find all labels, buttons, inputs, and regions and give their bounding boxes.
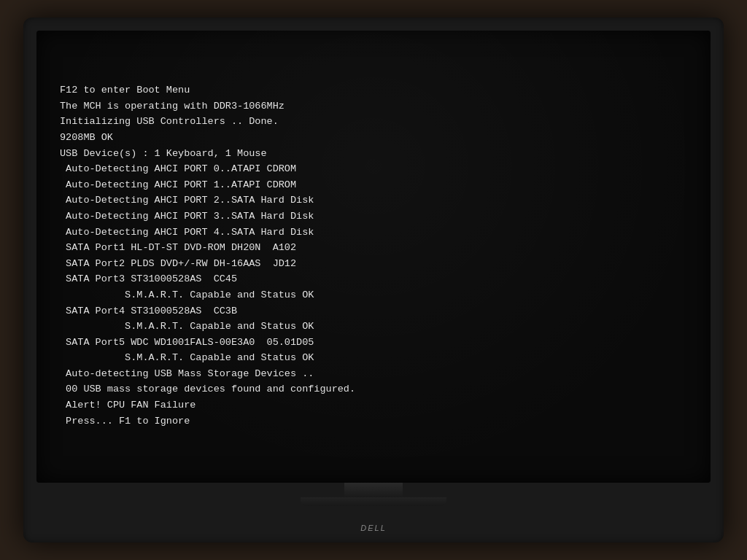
bios-line: SATA Port1 HL-DT-ST DVD-ROM DH20N A102: [60, 240, 687, 256]
monitor-stand-base: [301, 497, 446, 506]
bios-line: Auto-Detecting AHCI PORT 3..SATA Hard Di…: [60, 209, 687, 225]
bios-screen: F12 to enter Boot MenuThe MCH is operati…: [36, 31, 711, 483]
bios-line: Auto-Detecting AHCI PORT 1..ATAPI CDROM: [60, 177, 687, 193]
bios-line: S.M.A.R.T. Capable and Status OK: [60, 319, 687, 335]
monitor-stand-neck: [344, 483, 403, 497]
bios-line: Initializing USB Controllers .. Done.: [60, 114, 687, 130]
bios-line: Auto-Detecting AHCI PORT 2..SATA Hard Di…: [60, 192, 687, 209]
bios-line: SATA Port4 ST31000528AS CC3B: [60, 303, 687, 319]
bios-line: The MCH is operating with DDR3-1066MHz: [60, 98, 687, 114]
bios-line: SATA Port3 ST31000528AS CC45: [60, 271, 687, 287]
bios-line: Auto-detecting USB Mass Storage Devices …: [60, 366, 687, 382]
bios-line: Alert! CPU FAN Failure: [60, 397, 687, 413]
dell-logo: DELL: [360, 524, 387, 532]
bios-line: 9208MB OK: [60, 130, 687, 146]
bios-output: F12 to enter Boot MenuThe MCH is operati…: [60, 51, 687, 429]
bios-line: Auto-Detecting AHCI PORT 4..SATA Hard Di…: [60, 225, 687, 241]
bios-line: 00 USB mass storage devices found and co…: [60, 381, 687, 397]
bios-line: S.M.A.R.T. Capable and Status OK: [60, 350, 687, 366]
bios-line: SATA Port2 PLDS DVD+/-RW DH-16AAS JD12: [60, 256, 687, 272]
bios-line: Auto-Detecting AHCI PORT 0..ATAPI CDROM: [60, 161, 687, 177]
bios-line: SATA Port5 WDC WD1001FALS-00E3A0 05.01D0…: [60, 335, 687, 351]
monitor: F12 to enter Boot MenuThe MCH is operati…: [23, 18, 724, 542]
bios-line: S.M.A.R.T. Capable and Status OK: [60, 287, 687, 303]
bios-line: Press... F1 to Ignore: [60, 413, 687, 429]
bios-line: F12 to enter Boot Menu: [60, 82, 687, 98]
bios-line: USB Device(s) : 1 Keyboard, 1 Mouse: [60, 146, 687, 162]
